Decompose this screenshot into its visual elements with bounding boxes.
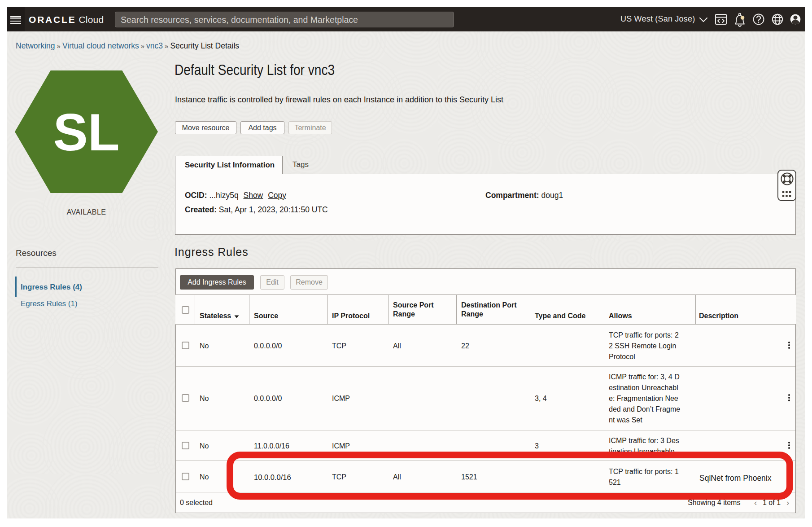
svg-text:SL: SL	[53, 103, 119, 162]
